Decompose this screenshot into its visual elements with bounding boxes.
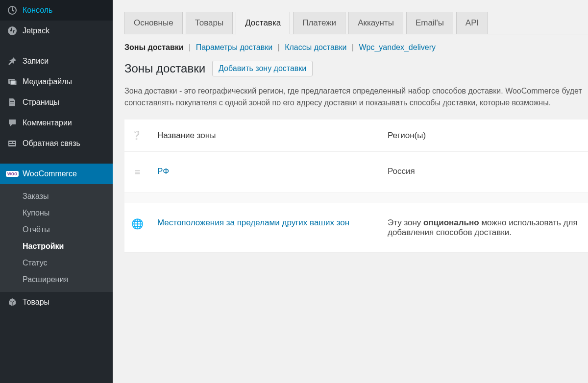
sidebar-label: Обратная связь (23, 139, 80, 148)
jetpack-icon (7, 25, 18, 36)
admin-sidebar: Консоль Jetpack Записи Медиафайлы Страни… (0, 0, 113, 383)
woo-icon: woo (7, 168, 18, 179)
sidebar-item-jetpack[interactable]: Jetpack (0, 21, 113, 41)
main-content: Основные Товары Доставка Платежи Аккаунт… (113, 0, 588, 383)
sidebar-label: Консоль (23, 6, 52, 15)
zone-regions-header: Регион(ы) (381, 120, 588, 152)
media-icon (7, 76, 18, 87)
tab-products[interactable]: Товары (186, 12, 233, 34)
svg-rect-7 (8, 141, 16, 146)
svg-rect-6 (10, 103, 14, 103)
products-icon (7, 297, 18, 308)
submenu-extensions[interactable]: Расширения (0, 271, 113, 288)
help-header: ❔ (124, 120, 150, 152)
zone-name-link[interactable]: РФ (157, 167, 169, 176)
sidebar-label: Страницы (23, 98, 59, 107)
sidebar-label: Медиафайлы (23, 77, 72, 86)
submenu-reports[interactable]: Отчёты (0, 221, 113, 238)
page-description: Зона доставки - это географический регио… (124, 85, 588, 109)
globe-icon: 🌐 (131, 218, 144, 229)
zone-name-header: Название зоны (150, 120, 381, 152)
sidebar-item-posts[interactable]: Записи (0, 51, 113, 72)
svg-point-1 (8, 26, 17, 35)
sidebar-item-pages[interactable]: Страницы (0, 92, 113, 113)
svg-rect-10 (9, 144, 15, 145)
add-zone-button[interactable]: Добавить зону доставки (212, 61, 313, 76)
sidebar-item-media[interactable]: Медиафайлы (0, 72, 113, 92)
sidebar-item-woocommerce[interactable]: woo WooCommerce (0, 164, 113, 184)
sidebar-label: WooCommerce (23, 169, 77, 178)
page-icon (7, 97, 18, 108)
help-icon[interactable]: ❔ (131, 131, 142, 140)
drag-handle-icon[interactable]: ≡ (135, 167, 141, 177)
sidebar-label: Записи (23, 57, 49, 66)
subnav-classes[interactable]: Классы доставки (285, 43, 346, 51)
sidebar-label: Товары (23, 298, 49, 307)
tab-api[interactable]: API (456, 12, 488, 34)
tab-shipping[interactable]: Доставка (236, 12, 290, 34)
sidebar-item-comments[interactable]: Комментарии (0, 113, 113, 133)
svg-rect-5 (10, 101, 14, 102)
pin-icon (7, 56, 18, 67)
sidebar-label: Jetpack (23, 26, 49, 35)
sidebar-item-feedback[interactable]: Обратная связь (0, 133, 113, 154)
tab-emails[interactable]: Email'ы (406, 12, 453, 34)
zone-row: ≡ РФ Россия (124, 152, 588, 193)
dashboard-icon (7, 5, 18, 16)
rest-of-world-row: 🌐 Местоположения за пределами других ваш… (124, 203, 588, 253)
subnav-zones[interactable]: Зоны доставки (124, 43, 184, 51)
svg-rect-8 (9, 142, 12, 143)
woocommerce-submenu: Заказы Купоны Отчёты Настройки Статус Ра… (0, 184, 113, 292)
submenu-settings[interactable]: Настройки (0, 238, 113, 255)
sidebar-label: Комментарии (23, 119, 72, 127)
svg-rect-9 (13, 142, 15, 143)
title-row: Зоны доставки Добавить зону доставки (124, 61, 588, 76)
submenu-orders[interactable]: Заказы (0, 188, 113, 205)
zones-table: ❔ Название зоны Регион(ы) ≡ РФ Россия 🌐 … (124, 120, 588, 253)
shipping-subnav: Зоны доставки | Параметры доставки | Кла… (124, 43, 588, 52)
feedback-icon (7, 138, 18, 149)
zone-regions: Россия (381, 152, 588, 193)
settings-tabs: Основные Товары Доставка Платежи Аккаунт… (124, 12, 588, 34)
comment-icon (7, 118, 18, 128)
submenu-coupons[interactable]: Купоны (0, 205, 113, 221)
spacer-row (124, 193, 588, 203)
subnav-yandex[interactable]: Wpc_yandex_delivery (359, 43, 436, 51)
tab-payments[interactable]: Платежи (293, 12, 345, 34)
tab-general[interactable]: Основные (124, 12, 183, 34)
sidebar-item-dashboard[interactable]: Консоль (0, 0, 113, 21)
submenu-status[interactable]: Статус (0, 255, 113, 271)
rest-zone-name-link[interactable]: Местоположения за пределами других ваших… (157, 218, 349, 227)
page-title: Зоны доставки (124, 62, 205, 75)
rest-zone-regions: Эту зону опционально можно использовать … (381, 203, 588, 253)
subnav-options[interactable]: Параметры доставки (196, 43, 272, 51)
tab-accounts[interactable]: Аккаунты (348, 12, 403, 34)
svg-rect-4 (10, 80, 17, 85)
sidebar-item-products[interactable]: Товары (0, 292, 113, 312)
